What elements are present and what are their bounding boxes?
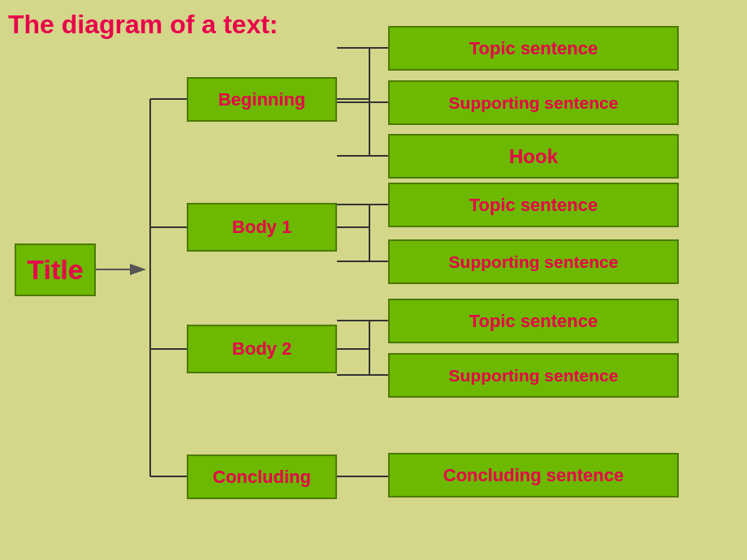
- supporting2-box: Supporting sentence: [388, 239, 679, 284]
- topic1-box: Topic sentence: [388, 26, 679, 71]
- concluding-box: Concluding: [187, 454, 337, 499]
- supporting1-box: Supporting sentence: [388, 80, 679, 125]
- topic3-box: Topic sentence: [388, 299, 679, 343]
- page-title: The diagram of a text:: [8, 10, 279, 40]
- concluding-sentence-box: Concluding sentence: [388, 453, 679, 498]
- body1-box: Body 1: [187, 203, 337, 252]
- body2-box: Body 2: [187, 325, 337, 373]
- beginning-box: Beginning: [187, 77, 337, 122]
- supporting3-box: Supporting sentence: [388, 353, 679, 398]
- title-box: Title: [15, 243, 96, 296]
- hook-box: Hook: [388, 134, 679, 179]
- topic2-box: Topic sentence: [388, 183, 679, 227]
